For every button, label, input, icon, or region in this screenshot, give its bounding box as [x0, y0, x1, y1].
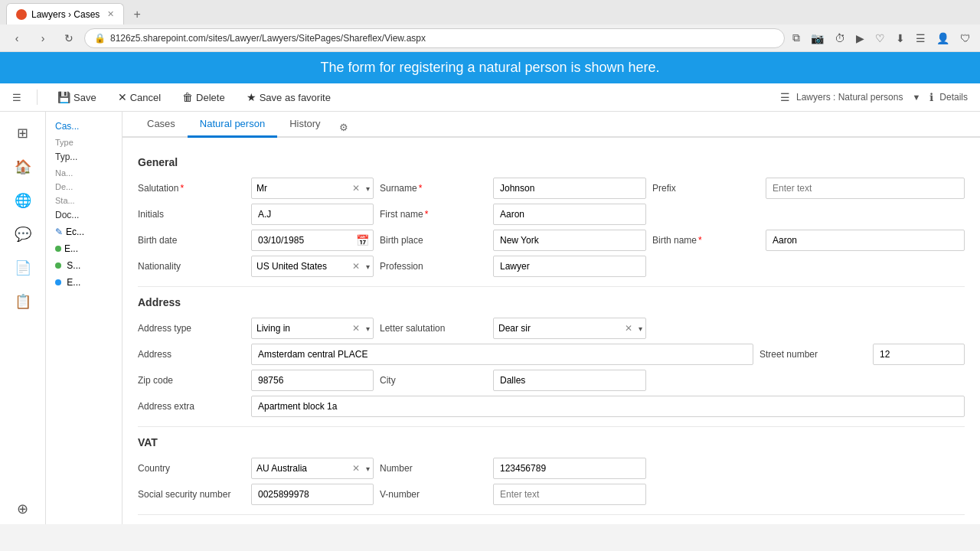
surname-input[interactable]	[493, 178, 646, 199]
profession-input[interactable]	[493, 256, 646, 277]
nationality-clear[interactable]: ✕	[349, 261, 363, 272]
left-item-ec[interactable]: ✎ Ec...	[52, 223, 116, 240]
nationality-select[interactable]: US United States ✕ ▾	[251, 256, 374, 277]
breadcrumb-dropdown[interactable]: ▼	[909, 90, 923, 105]
form-tabs: Cases Natural person History ⚙	[122, 112, 980, 138]
save-button[interactable]: 💾 Save	[53, 88, 101, 106]
salutation-clear[interactable]: ✕	[349, 183, 363, 194]
left-item-type[interactable]: Typ...	[52, 148, 116, 165]
cancel-button[interactable]: ✕ Cancel	[113, 88, 165, 106]
delete-label: Delete	[196, 92, 225, 103]
heart-icon[interactable]: ♡	[872, 29, 888, 47]
sidebar-item-grid[interactable]: ⊞	[8, 118, 38, 148]
prefix-input[interactable]	[766, 178, 965, 199]
firstname-label: First name *	[380, 204, 487, 225]
addressextra-input[interactable]	[251, 396, 965, 417]
country-label: Country	[138, 458, 245, 479]
country-clear[interactable]: ✕	[349, 463, 363, 474]
city-input[interactable]	[493, 370, 646, 391]
tab-title: Lawyers › Cases	[31, 9, 100, 20]
country-arrow[interactable]: ▾	[363, 465, 373, 473]
sidebar-item-document[interactable]: 📄	[8, 253, 38, 283]
lettersalutation-clear[interactable]: ✕	[622, 323, 635, 334]
country-select[interactable]: AU Australia ✕ ▾	[251, 458, 374, 479]
tab-history[interactable]: History	[277, 112, 332, 138]
lettersalutation-select[interactable]: Dear sir ✕ ▾	[493, 318, 646, 339]
left-item-e1[interactable]: E...	[52, 240, 116, 257]
sidebar-item-globe[interactable]: 🌐	[8, 185, 38, 216]
left-item-doc[interactable]: Doc...	[52, 207, 116, 223]
birthdate-input[interactable]	[251, 230, 374, 251]
birthname-input[interactable]	[766, 230, 965, 251]
sidebar-item-chat[interactable]: 💬	[8, 219, 38, 249]
profile-icon[interactable]: 👤	[933, 29, 952, 47]
salutation-arrow[interactable]: ▾	[363, 184, 373, 193]
zipcode-input[interactable]	[251, 370, 374, 391]
address-bar-row: ‹ › ↻ 🔒 8126z5.sharepoint.com/sites/Lawy…	[0, 24, 980, 52]
vnumber-label: V-number	[380, 484, 487, 505]
favorite-button[interactable]: ★ Save as favorite	[242, 88, 335, 106]
cancel-icon: ✕	[118, 91, 127, 103]
sidebar-item-add[interactable]: ⊕	[8, 494, 38, 524]
profession-label: Profession	[380, 256, 487, 277]
tab-natural-person[interactable]: Natural person	[188, 112, 277, 138]
tab-close-btn[interactable]: ✕	[107, 9, 114, 19]
shield-icon[interactable]: 🛡	[957, 29, 974, 47]
timer-icon[interactable]: ⏱	[831, 29, 848, 47]
form-area: General Salutation * Mr ✕ ▾	[122, 138, 980, 524]
address-section-title: Address	[138, 296, 965, 308]
nationality-arrow[interactable]: ▾	[363, 262, 373, 271]
forward-button[interactable]: ›	[32, 28, 54, 49]
tab-bar: Lawyers › Cases ✕ +	[0, 0, 980, 24]
screenshot-icon[interactable]: 📷	[808, 29, 827, 47]
tab-settings-icon[interactable]: ⚙	[333, 119, 354, 136]
top-banner: The form for registering a natural perso…	[0, 52, 980, 83]
addresstype-select[interactable]: Living in ✕ ▾	[251, 318, 374, 339]
vnumber-input[interactable]	[493, 484, 646, 505]
left-item-cases[interactable]: Cas...	[52, 118, 116, 135]
initials-input[interactable]	[251, 204, 374, 225]
salutation-select[interactable]: Mr ✕ ▾	[251, 178, 374, 199]
toolbar: ☰ 💾 Save ✕ Cancel 🗑 Delete ★ Save as fav…	[0, 83, 980, 112]
divider-vat	[138, 426, 965, 427]
tab-cases[interactable]: Cases	[135, 112, 188, 138]
birthplace-input[interactable]	[493, 230, 646, 251]
address-row3: Zip code City	[138, 370, 965, 391]
form-container: Cases Natural person History ⚙ General S…	[122, 112, 980, 524]
back-button[interactable]: ‹	[6, 28, 28, 49]
lettersalutation-arrow[interactable]: ▾	[635, 324, 645, 333]
sidebar-item-home[interactable]: 🏠	[8, 152, 38, 182]
delete-button[interactable]: 🗑 Delete	[178, 88, 230, 106]
main-layout: ⊞ 🏠 🌐 💬 📄 📋 ⊕ Cas... Type Typ... Na... D…	[0, 112, 980, 524]
play-icon[interactable]: ▶	[853, 29, 867, 47]
general-row2: Initials First name *	[138, 204, 965, 225]
address-input[interactable]	[251, 344, 753, 365]
streetnumber-input[interactable]	[873, 344, 965, 365]
general-section-title: General	[138, 156, 965, 168]
birthplace-label: Birth place	[380, 230, 487, 251]
calendar-icon[interactable]: 📅	[356, 234, 369, 246]
left-item-e2[interactable]: E...	[52, 274, 116, 291]
extensions-icon[interactable]: ⧉	[789, 28, 803, 47]
browser-tab[interactable]: Lawyers › Cases ✕	[6, 3, 124, 24]
addresstype-arrow[interactable]: ▾	[363, 324, 373, 333]
address-bar[interactable]: 🔒 8126z5.sharepoint.com/sites/Lawyer/Law…	[84, 28, 785, 48]
edit-icon-left: ✎	[55, 227, 63, 237]
number-label: Number	[380, 458, 487, 479]
firstname-input[interactable]	[493, 204, 646, 225]
number-input[interactable]	[493, 458, 646, 479]
left-section-desc: De...	[52, 179, 116, 193]
sidebar-item-list[interactable]: 📋	[8, 286, 38, 317]
refresh-button[interactable]: ↻	[58, 28, 80, 49]
socialsecurity-input[interactable]	[251, 484, 374, 505]
download-icon[interactable]: ⬇	[893, 29, 908, 47]
content-area: Cas... Type Typ... Na... De... Sta... Do…	[46, 112, 980, 524]
addresstype-clear[interactable]: ✕	[349, 323, 363, 334]
toolbar-right: ☰ Lawyers : Natural persons ▼ ℹ Details	[780, 90, 968, 105]
new-tab-button[interactable]: +	[127, 5, 146, 24]
breadcrumb-icon: ☰	[780, 91, 790, 103]
menu-icon[interactable]: ☰	[913, 29, 929, 47]
left-item-s[interactable]: S...	[52, 257, 116, 274]
socialsecurity-label: Social security number	[138, 484, 245, 505]
browser-toolbar-icons: ⧉ 📷 ⏱ ▶ ♡ ⬇ ☰ 👤 🛡	[789, 28, 974, 47]
